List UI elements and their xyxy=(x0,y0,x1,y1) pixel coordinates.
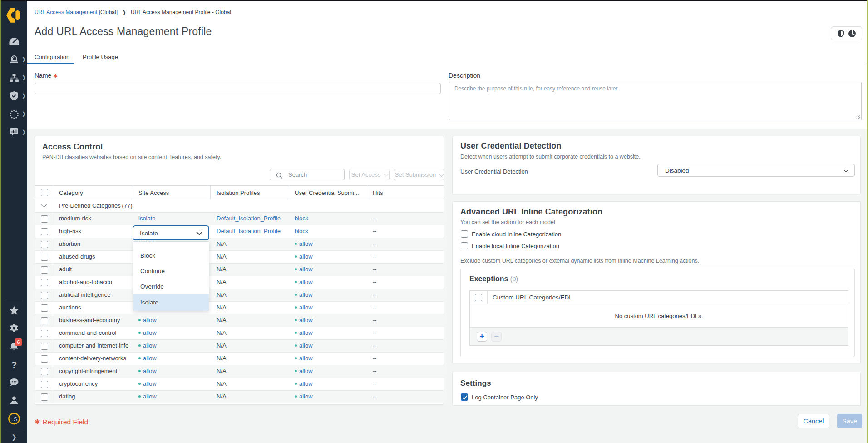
svg-text:.S: .S xyxy=(12,416,18,423)
